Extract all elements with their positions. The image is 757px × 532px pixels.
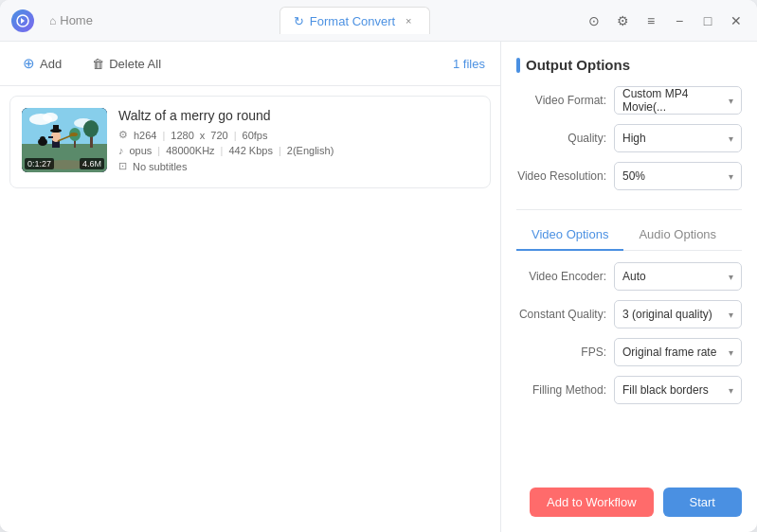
panel-buttons: Add to Workflow Start — [516, 476, 742, 517]
minimize-button[interactable]: − — [670, 11, 689, 30]
quality-value: High — [622, 132, 646, 145]
close-button[interactable]: ✕ — [727, 11, 746, 30]
right-panel: Output Options Video Format: Custom MP4 … — [501, 42, 757, 532]
constant-quality-select[interactable]: 3 (original quality) ▾ — [614, 300, 742, 328]
start-button[interactable]: Start — [663, 488, 742, 517]
tab-label: Format Convert — [310, 14, 395, 28]
add-icon: ⊕ — [23, 55, 35, 72]
svg-point-16 — [70, 133, 78, 136]
file-list: 0:1:27 4.6M Waltz of a merry go round ⚙ … — [0, 86, 500, 532]
file-audio-meta: ♪ opus | 48000KHz | 442 Kbps | 2(English… — [118, 145, 478, 156]
output-options-title: Output Options — [516, 57, 742, 73]
fps-row: FPS: Original frame rate ▾ — [516, 338, 742, 366]
tab-close-button[interactable]: × — [401, 13, 416, 28]
fps-label: FPS: — [516, 346, 606, 359]
audio-bitrate: 442 Kbps — [228, 145, 272, 156]
constant-quality-label: Constant Quality: — [516, 308, 606, 321]
svg-point-7 — [83, 120, 99, 137]
delete-label: Delete All — [109, 57, 161, 71]
filling-method-label: Filling Method: — [516, 383, 606, 397]
home-label: Home — [60, 13, 93, 27]
video-width: 1280 — [171, 130, 193, 141]
quality-select[interactable]: High ▾ — [614, 124, 742, 152]
chevron-down-icon: ▾ — [729, 272, 733, 282]
audio-freq: 48000KHz — [166, 145, 214, 156]
file-item[interactable]: 0:1:27 4.6M Waltz of a merry go round ⚙ … — [9, 96, 491, 188]
filling-method-row: Filling Method: Fill black borders ▾ — [516, 376, 742, 404]
history-button[interactable]: ⊙ — [585, 11, 604, 30]
start-label: Start — [690, 495, 715, 509]
video-resolution-select[interactable]: 50% ▾ — [614, 162, 742, 190]
tab-audio-options[interactable]: Audio Options — [623, 220, 731, 251]
tab-refresh-icon: ↻ — [294, 14, 304, 28]
file-thumbnail: 0:1:27 4.6M — [22, 108, 107, 172]
file-name: Waltz of a merry go round — [118, 108, 478, 123]
subtitle-icon: ⊡ — [118, 160, 127, 172]
audio-icon: ♪ — [118, 145, 124, 156]
left-panel: ⊕ Add 🗑 Delete All 1 files — [0, 42, 501, 532]
chevron-down-icon: ▾ — [729, 310, 733, 320]
chevron-down-icon: ▾ — [729, 96, 733, 106]
home-tab[interactable]: ⌂ Home — [42, 9, 100, 31]
video-encoder-select[interactable]: Auto ▾ — [614, 262, 742, 291]
output-options-label: Output Options — [526, 57, 630, 73]
home-icon: ⌂ — [49, 14, 56, 27]
add-to-workflow-label: Add to Workflow — [547, 495, 636, 509]
quality-row: Quality: High ▾ — [516, 124, 742, 152]
duration-badge: 0:1:27 — [25, 158, 54, 169]
video-height: 720 — [210, 130, 227, 141]
svg-point-3 — [43, 113, 58, 122]
maximize-button[interactable]: □ — [698, 11, 717, 30]
subtitle-label: No subtitles — [133, 161, 187, 172]
video-codec: h264 — [134, 130, 156, 141]
video-format-select[interactable]: Custom MP4 Movie(... ▾ — [614, 86, 742, 115]
video-format-value: Custom MP4 Movie(... — [622, 87, 729, 114]
toolbar: ⊕ Add 🗑 Delete All 1 files — [0, 42, 500, 86]
title-bar: ⌂ Home ↻ Format Convert × ⊙ ⚙ ≡ − — [0, 0, 757, 42]
constant-quality-value: 3 (original quality) — [622, 308, 712, 321]
option-tabs: Video Options Audio Options — [516, 220, 742, 251]
video-encoder-label: Video Encoder: — [516, 270, 606, 283]
svg-rect-14 — [53, 125, 59, 132]
divider — [516, 209, 742, 210]
quality-label: Quality: — [516, 132, 606, 145]
menu-button[interactable]: ≡ — [641, 11, 660, 30]
menu-icon: ≡ — [647, 13, 655, 28]
video-resolution-row: Video Resolution: 50% ▾ — [516, 162, 742, 190]
delete-all-button[interactable]: 🗑 Delete All — [84, 53, 169, 75]
tab-video-options-label: Video Options — [532, 227, 608, 241]
add-to-workflow-button[interactable]: Add to Workflow — [530, 488, 653, 517]
trash-icon: 🗑 — [92, 57, 104, 71]
video-codec-icon: ⚙ — [118, 129, 128, 141]
minimize-icon: − — [676, 13, 683, 28]
tabs-area: ↻ Format Convert × — [125, 7, 585, 34]
add-button[interactable]: ⊕ Add — [15, 51, 69, 76]
close-icon: ✕ — [730, 13, 742, 28]
title-bar-right: ⊙ ⚙ ≡ − □ ✕ — [585, 11, 746, 30]
add-label: Add — [40, 57, 62, 71]
settings-button[interactable]: ⚙ — [613, 11, 632, 30]
filling-method-select[interactable]: Fill black borders ▾ — [614, 376, 742, 404]
file-info: Waltz of a merry go round ⚙ h264 | 1280 … — [118, 108, 478, 176]
settings-icon: ⚙ — [617, 13, 629, 28]
chevron-down-icon: ▾ — [729, 347, 733, 358]
active-tab[interactable]: ↻ Format Convert × — [279, 7, 430, 34]
file-count: 1 files — [453, 57, 485, 71]
filling-method-value: Fill black borders — [622, 383, 709, 397]
file-subtitle-meta: ⊡ No subtitles — [118, 160, 478, 172]
title-bar-left: ⌂ Home — [11, 9, 125, 32]
video-format-row: Video Format: Custom MP4 Movie(... ▾ — [516, 86, 742, 115]
video-format-label: Video Format: — [516, 94, 606, 107]
maximize-icon: □ — [704, 13, 712, 28]
chevron-down-icon: ▾ — [729, 133, 733, 144]
video-resolution-label: Video Resolution: — [516, 169, 606, 183]
main-content: ⊕ Add 🗑 Delete All 1 files — [0, 42, 757, 532]
video-resolution-value: 50% — [622, 169, 645, 183]
size-badge: 4.6M — [80, 158, 104, 169]
video-fps: 60fps — [243, 130, 268, 141]
constant-quality-row: Constant Quality: 3 (original quality) ▾ — [516, 300, 742, 328]
audio-codec: opus — [130, 145, 153, 156]
history-icon: ⊙ — [588, 13, 600, 28]
fps-select[interactable]: Original frame rate ▾ — [614, 338, 742, 366]
tab-video-options[interactable]: Video Options — [516, 220, 623, 251]
